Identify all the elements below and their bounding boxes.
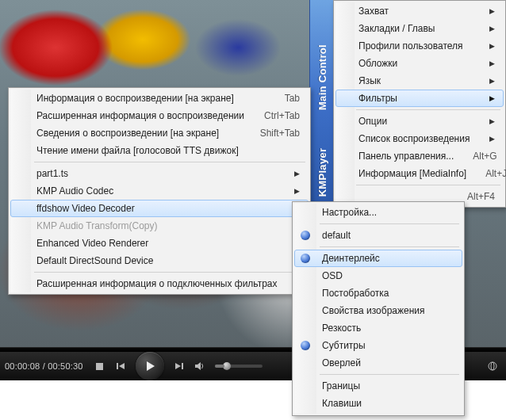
volume-slider[interactable] [215, 365, 263, 368]
menu-item-label: Клавиши [322, 398, 362, 409]
menu-item-закладки-главы[interactable]: Закладки / Главы▶ [335, 20, 504, 37]
submenu-arrow-icon: ▶ [489, 25, 495, 32]
menu-item-границы[interactable]: Границы [294, 377, 462, 395]
menu-item-панель-управления[interactable]: Панель управления...Alt+G [335, 147, 504, 165]
menu-separator [356, 182, 504, 188]
time-display: 00:00:08 / 00:50:30 [5, 361, 83, 371]
menu-item-label: Enhanced Video Renderer [36, 238, 148, 249]
menu-item-обложки[interactable]: Обложки▶ [335, 55, 504, 72]
menu-item-shortcut: Alt+J [485, 168, 506, 179]
menu-item-клавиши[interactable]: Клавиши [294, 395, 462, 412]
menu-item-label: default [322, 230, 351, 241]
submenu-arrow-icon: ▶ [294, 170, 300, 178]
menu-item-shortcut: Shift+Tab [260, 128, 300, 139]
menu-item-фильтры[interactable]: Фильтры▶ [335, 90, 504, 107]
svg-rect-5 [182, 363, 183, 369]
menu-item-label: Постобработка [322, 288, 389, 299]
context-menu-main[interactable]: Захват▶Закладки / Главы▶Профили пользова… [333, 0, 506, 208]
menu-item-label: Резкость [322, 323, 361, 334]
submenu-arrow-icon: ▶ [489, 42, 495, 50]
vert-label-main-control: Main Control [316, 44, 328, 110]
menu-item-label: Язык [358, 75, 381, 86]
menu-item-default[interactable]: default [294, 227, 462, 244]
menu-item-enhanced-video-renderer[interactable]: Enhanced Video Renderer▶ [10, 235, 309, 252]
menu-separator [34, 159, 309, 165]
menu-item-label: Расширенная информация о воспроизведении [36, 110, 244, 121]
menu-separator [320, 221, 462, 227]
menu-item-label: Опции [358, 116, 387, 127]
volume-icon[interactable] [193, 359, 207, 373]
menu-item-label: Информация [MediaInfo] [358, 168, 466, 179]
menu-separator [320, 372, 462, 377]
radio-selected-icon [301, 341, 310, 350]
menu-item-shortcut: Tab [285, 93, 300, 104]
menu-item-сведения-о-воспроизведении-на-экране[interactable]: Сведения о воспроизведении [на экране]Sh… [10, 124, 309, 142]
menu-item-kmp-audio-transform-copy: KMP Audio Transform(Copy) [10, 217, 309, 235]
menu-item-настройка[interactable]: Настройка... [294, 204, 462, 221]
menu-item-опции[interactable]: Опции▶ [335, 113, 504, 130]
menu-separator [356, 107, 504, 113]
viewport: 00:00:08 / 00:50:30 KMPlayer Main Contro… [0, 0, 506, 420]
submenu-arrow-icon: ▶ [489, 117, 495, 125]
menu-item-список-воспроизведения[interactable]: Список воспроизведения▶ [335, 130, 504, 147]
volume-knob[interactable] [223, 362, 231, 370]
menu-item-информация-о-воспроизведении-на-экране[interactable]: Информация о воспроизведении [на экране]… [10, 90, 309, 107]
menu-item-постобработка[interactable]: Постобработка [294, 284, 462, 302]
submenu-arrow-icon: ▶ [489, 77, 495, 85]
menu-item-субтитры[interactable]: Субтитры [294, 337, 462, 354]
menu-item-оверлей[interactable]: Оверлей [294, 354, 462, 372]
menu-item-label: Субтитры [322, 340, 366, 351]
menu-item-label: Расширенная информация о подключенных фи… [36, 278, 278, 289]
menu-item-расширенная-информация-о-подключенных-фи[interactable]: Расширенная информация о подключенных фи… [10, 275, 309, 292]
menu-item-label: OSD [322, 270, 343, 281]
svg-point-7 [489, 362, 496, 370]
menu-item-расширенная-информация-о-воспроизведении[interactable]: Расширенная информация о воспроизведении… [10, 107, 309, 124]
submenu-arrow-icon: ▶ [489, 7, 495, 15]
svg-marker-4 [175, 363, 181, 369]
menu-item-shortcut: Alt+F4 [467, 191, 495, 202]
stop-button[interactable] [93, 359, 107, 373]
svg-marker-2 [119, 363, 125, 369]
menu-item-профили-пользователя[interactable]: Профили пользователя▶ [335, 37, 504, 55]
menu-item-информация-mediainfo[interactable]: Информация [MediaInfo]Alt+J [335, 165, 504, 182]
menu-item-ffdshow-video-decoder[interactable]: ffdshow Video Decoder▶ [10, 200, 309, 217]
svg-rect-1 [117, 363, 118, 369]
menu-item-label: ffdshow Video Decoder [36, 203, 135, 214]
menu-item-захват[interactable]: Захват▶ [335, 2, 504, 20]
menu-item-label: Default DirectSound Device [36, 255, 153, 266]
menu-item-label: Свойства изображения [322, 305, 425, 316]
menu-item-label: Панель управления... [358, 151, 454, 162]
menu-item-чтение-имени-файла-голосовой-tts-движок[interactable]: Чтение имени файла [голосовой TTS движок… [10, 142, 309, 159]
prev-button[interactable] [113, 359, 128, 373]
menu-item-деинтерлейс[interactable]: Деинтерлейс [294, 250, 462, 267]
extra-control-icon[interactable] [485, 359, 500, 373]
menu-item-label: Сведения о воспроизведении [на экране] [36, 128, 219, 139]
menu-item-label: Границы [322, 380, 360, 391]
context-menu-ffdshow[interactable]: Настройка...defaultДеинтерлейсOSDПостобр… [292, 201, 465, 416]
submenu-arrow-icon: ▶ [489, 135, 495, 143]
svg-point-8 [491, 362, 494, 370]
menu-item-label: Настройка... [322, 207, 377, 218]
menu-item-label: Оверлей [322, 357, 361, 368]
menu-item-свойства-изображения[interactable]: Свойства изображения [294, 302, 462, 319]
menu-item-osd[interactable]: OSD [294, 267, 462, 284]
svg-rect-0 [96, 363, 103, 370]
menu-item-default-directsound-device[interactable]: Default DirectSound Device▶ [10, 252, 309, 269]
submenu-arrow-icon: ▶ [294, 187, 300, 195]
menu-item-label: Захват [358, 6, 389, 17]
next-button[interactable] [172, 359, 186, 373]
menu-item-язык[interactable]: Язык▶ [335, 72, 504, 90]
menu-item-резкость[interactable]: Резкость [294, 319, 462, 337]
play-button[interactable] [136, 352, 164, 380]
menu-item-kmp-audio-codec[interactable]: KMP Audio Codec▶ [10, 182, 309, 200]
menu-item-label: KMP Audio Transform(Copy) [36, 220, 158, 231]
submenu-arrow-icon: ▶ [489, 94, 495, 102]
menu-item-label: part1.ts [36, 168, 68, 179]
context-menu-filters-info[interactable]: Информация о воспроизведении [на экране]… [8, 87, 311, 295]
menu-item-label: Список воспроизведения [358, 133, 470, 144]
menu-separator [34, 269, 309, 275]
menu-item-part1-ts[interactable]: part1.ts▶ [10, 165, 309, 182]
menu-item-label: Чтение имени файла [голосовой TTS движок… [36, 145, 239, 156]
svg-marker-6 [195, 362, 201, 370]
menu-item-label: Обложки [358, 58, 397, 69]
